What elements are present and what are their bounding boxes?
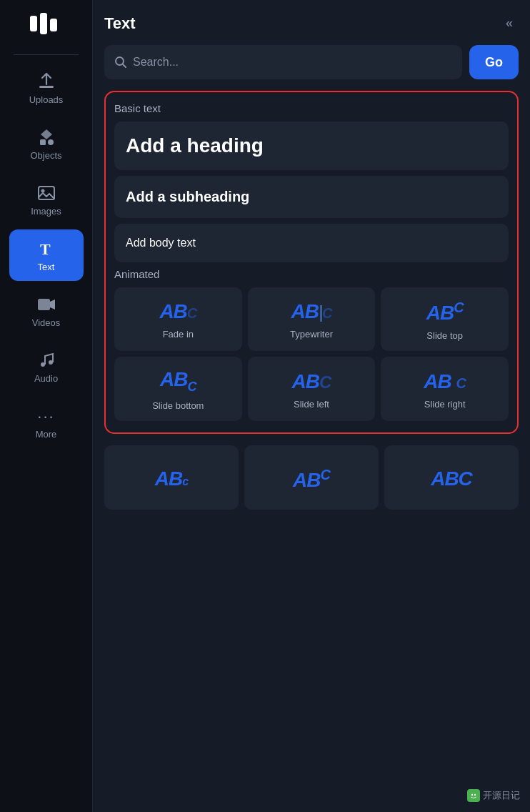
typewriter-preview: AB|C xyxy=(291,302,331,322)
slide-left-label: Slide left xyxy=(294,399,329,410)
svg-point-6 xyxy=(48,139,54,145)
bottom-partial-row: ABc ABC ABC xyxy=(104,445,519,510)
fade-in-label: Fade in xyxy=(163,329,194,340)
wechat-icon xyxy=(467,789,480,802)
sidebar-item-audio[interactable]: Audio xyxy=(9,341,84,392)
typewriter-label: Typewriter xyxy=(290,329,333,340)
bottom-preview-2: ABC xyxy=(293,467,330,490)
svg-rect-3 xyxy=(39,86,54,88)
sidebar-item-text[interactable]: T Text xyxy=(9,229,84,281)
sidebar-item-uploads-label: Uploads xyxy=(29,94,64,105)
panel-header: Text « xyxy=(104,13,519,34)
animated-card-slide-right[interactable]: AB C Slide right xyxy=(381,357,509,421)
svg-point-8 xyxy=(41,189,44,192)
bottom-card-3[interactable]: ABC xyxy=(384,445,519,510)
sidebar-item-objects[interactable]: Objects xyxy=(9,118,84,169)
fade-in-preview: ABC xyxy=(159,302,196,322)
content-area: Basic text Add a heading Add a subheadin… xyxy=(104,91,519,812)
subheading-item[interactable]: Add a subheading xyxy=(114,176,509,218)
heading-item[interactable]: Add a heading xyxy=(114,122,509,170)
animated-card-fade-in[interactable]: ABC Fade in xyxy=(114,287,242,351)
sidebar-item-audio-label: Audio xyxy=(34,373,58,384)
go-button[interactable]: Go xyxy=(469,45,519,79)
slide-bottom-label: Slide bottom xyxy=(152,400,204,411)
sidebar-item-videos-label: Videos xyxy=(32,317,61,328)
slide-right-label: Slide right xyxy=(424,399,466,410)
basic-text-label: Basic text xyxy=(114,102,509,114)
animated-label: Animated xyxy=(114,268,509,280)
red-box: Basic text Add a heading Add a subheadin… xyxy=(104,91,519,434)
watermark: 开源日记 xyxy=(467,789,520,802)
animated-card-slide-bottom[interactable]: ABC Slide bottom xyxy=(114,357,242,421)
sidebar-item-more-label: More xyxy=(36,429,57,440)
body-text-item[interactable]: Add body text xyxy=(114,224,509,262)
search-icon xyxy=(114,56,127,69)
bottom-preview-1: ABc xyxy=(155,469,188,489)
search-input-wrap xyxy=(104,45,462,79)
svg-rect-0 xyxy=(30,16,37,31)
more-icon: ··· xyxy=(37,407,54,426)
sidebar-item-more[interactable]: ··· More xyxy=(9,397,84,448)
svg-rect-7 xyxy=(39,187,54,199)
sidebar-item-uploads[interactable]: Uploads xyxy=(9,62,84,114)
collapse-button[interactable]: « xyxy=(500,13,519,34)
svg-rect-10 xyxy=(38,299,50,310)
svg-rect-5 xyxy=(40,139,46,145)
main-panel: Text « Go Basic text Add a heading Add a… xyxy=(93,0,530,812)
animated-card-typewriter[interactable]: AB|C Typewriter xyxy=(248,287,376,351)
sidebar-item-images-label: Images xyxy=(31,206,61,217)
animated-card-slide-top[interactable]: ABC Slide top xyxy=(381,287,509,351)
slide-right-preview: AB C xyxy=(424,372,466,392)
slide-top-label: Slide top xyxy=(426,330,463,341)
sidebar-item-text-label: Text xyxy=(38,262,55,272)
bottom-preview-3: ABC xyxy=(431,469,472,489)
search-input[interactable] xyxy=(133,47,452,77)
sidebar: Uploads Objects Images T Text Videos xyxy=(0,0,93,812)
sidebar-divider xyxy=(14,54,78,55)
animated-grid: ABC Fade in AB|C Typewriter ABC Sli xyxy=(114,287,509,421)
svg-point-14 xyxy=(471,794,473,796)
svg-text:T: T xyxy=(40,240,51,258)
app-logo xyxy=(30,13,63,34)
svg-marker-4 xyxy=(41,129,52,139)
animated-card-slide-left[interactable]: ABC Slide left xyxy=(248,357,376,421)
svg-rect-1 xyxy=(40,13,47,34)
sidebar-item-videos[interactable]: Videos xyxy=(9,285,84,337)
slide-bottom-preview: ABC xyxy=(160,370,196,393)
sidebar-item-images[interactable]: Images xyxy=(9,174,84,225)
bottom-card-1[interactable]: ABc xyxy=(104,445,239,510)
sidebar-item-objects-label: Objects xyxy=(30,150,61,161)
slide-top-preview: ABC xyxy=(426,300,464,323)
bottom-card-2[interactable]: ABC xyxy=(244,445,379,510)
svg-point-15 xyxy=(474,794,476,796)
panel-title: Text xyxy=(104,14,136,33)
search-row: Go xyxy=(104,45,519,79)
slide-left-preview: ABC xyxy=(292,372,331,392)
watermark-text: 开源日记 xyxy=(483,789,520,802)
svg-rect-2 xyxy=(50,19,57,31)
